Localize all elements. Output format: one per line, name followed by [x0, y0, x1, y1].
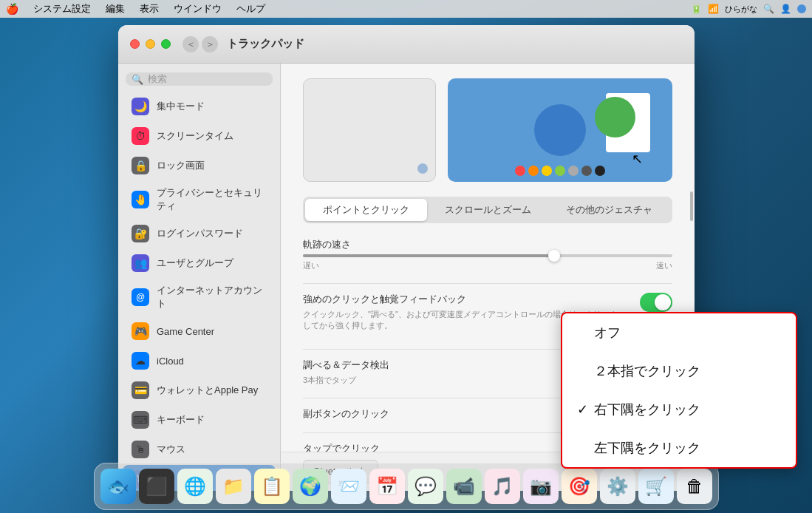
user-icon[interactable]: 👤	[780, 4, 791, 14]
tab-scroll-zoom[interactable]: スクロールとズーム	[427, 199, 549, 221]
slider-track[interactable]	[303, 254, 672, 257]
dock-mail[interactable]: 📨	[331, 469, 366, 504]
minimize-button[interactable]	[146, 39, 155, 49]
trackpad-cursor-dot	[417, 163, 428, 174]
sidebar-label-focus: 集中モード	[157, 100, 205, 113]
sidebar-item-internet[interactable]: @ インターネットアカウント	[123, 279, 276, 316]
tab-point-click[interactable]: ポイントとクリック	[305, 199, 427, 221]
dock-reminders[interactable]: 🎯	[562, 469, 597, 504]
title-bar: ＜ ＞ トラックパッド	[118, 25, 695, 64]
wallet-icon: 💳	[132, 381, 149, 399]
gesture-inner: ↖	[527, 97, 593, 163]
dock: 🐟 ⬛ 🌐 📁 📋 🌍 📨 📅 💬 📹 🎵 📷 🎯 ⚙️ 🛒 🗑	[94, 463, 719, 510]
gamecenter-icon: 🎮	[132, 322, 149, 340]
trackpad-preview	[303, 78, 436, 182]
focus-icon: 🌙	[132, 98, 149, 115]
menubar-view[interactable]: 表示	[137, 2, 162, 16]
gesture-cursor-icon: ↖	[632, 151, 643, 167]
sidebar-label-screentime: スクリーンタイム	[157, 129, 233, 143]
forward-button[interactable]: ＞	[202, 36, 218, 52]
sidebar-item-keyboard[interactable]: ⌨ キーボード	[123, 406, 276, 434]
palette-dot-red	[515, 166, 525, 176]
sidebar-item-focus[interactable]: 🌙 集中モード	[123, 92, 276, 120]
dock-photos[interactable]: 📷	[523, 469, 559, 504]
sidebar-item-lockscreen[interactable]: 🔒 ロック画面	[123, 152, 276, 180]
dock-launchpad[interactable]: ⬛	[139, 469, 174, 504]
menubar-help[interactable]: ヘルプ	[233, 2, 268, 16]
dock-files[interactable]: 📁	[216, 469, 251, 504]
loginpw-icon: 🔐	[132, 225, 149, 242]
menubar-window[interactable]: ウインドウ	[171, 2, 225, 16]
dock-facetime[interactable]: 📹	[446, 469, 482, 504]
dropdown-item-off[interactable]: ✓ オフ	[562, 313, 796, 352]
sidebar-label-wallet: ウォレットとApple Pay	[157, 384, 258, 397]
sidebar-item-gamecenter[interactable]: 🎮 Game Center	[123, 317, 276, 345]
secondary-click-dropdown: ✓ オフ ✓ ２本指でクリック ✓ 右下隅をクリック ✓ 左下隅をクリック	[561, 312, 797, 469]
toggle-knob	[655, 294, 671, 310]
sidebar-item-privacy[interactable]: 🤚 プライバシーとセキュリティ	[123, 181, 276, 218]
gesture-preview: ↖	[448, 78, 672, 182]
battery-icon[interactable]: 🔋	[691, 4, 702, 14]
control-center-icon[interactable]	[797, 4, 806, 13]
slider-labels: 遅い 速い	[303, 260, 672, 271]
setting-tracking-speed: 軌跡の速さ 遅い 速い	[303, 238, 672, 271]
dock-appstore[interactable]: 🛒	[638, 469, 674, 504]
palette-dot-gray	[568, 166, 579, 176]
users-icon: 👥	[132, 254, 149, 272]
palette-dot-black	[595, 166, 605, 176]
menubar-system-prefs[interactable]: システム設定	[30, 2, 94, 16]
dock-notes[interactable]: 📋	[254, 469, 290, 504]
slider-fill	[303, 254, 554, 257]
search-box[interactable]: 🔍 検索	[126, 72, 273, 86]
tabs-row: ポイントとクリック スクロールとズーム その他のジェスチャ	[303, 197, 672, 223]
palette-dot-yellow	[542, 166, 552, 176]
divider-1	[303, 283, 672, 284]
dock-finder[interactable]: 🐟	[100, 469, 136, 504]
color-palette	[515, 166, 605, 176]
gesture-circle-blue	[534, 104, 586, 156]
dock-music[interactable]: 🎵	[485, 469, 520, 504]
menubar-edit[interactable]: 編集	[103, 2, 128, 16]
force-click-label: 強めのクリックと触覚フィードバック	[303, 293, 625, 306]
dock-messages[interactable]: 💬	[408, 469, 443, 504]
dock-trash[interactable]: 🗑	[677, 469, 712, 504]
dropdown-item-bottom-left[interactable]: ✓ 左下隅をクリック	[562, 429, 796, 467]
slider-slow-label: 遅い	[303, 260, 319, 271]
sidebar-item-screentime[interactable]: ⏱ スクリーンタイム	[123, 122, 276, 150]
dropdown-item-bottom-right[interactable]: ✓ 右下隅をクリック	[562, 390, 796, 429]
dropdown-label-two-finger: ２本指でクリック	[594, 362, 700, 380]
palette-dot-orange	[528, 166, 539, 176]
tab-gestures[interactable]: その他のジェスチャ	[548, 199, 670, 221]
dock-safari[interactable]: 🌐	[177, 469, 213, 504]
dock-maps[interactable]: 🌍	[293, 469, 328, 504]
dropdown-label-bottom-right: 右下隅をクリック	[594, 401, 700, 418]
sidebar-item-mouse[interactable]: 🖱 マウス	[123, 435, 276, 463]
sidebar-item-icloud[interactable]: ☁ iCloud	[123, 347, 276, 375]
sidebar-label-internet: インターネットアカウント	[157, 284, 267, 310]
apple-menu-icon[interactable]: 🍎	[6, 3, 18, 15]
spotlight-icon[interactable]: 🔍	[763, 4, 774, 14]
slider-row	[303, 254, 672, 257]
dock-system-prefs[interactable]: ⚙️	[600, 469, 635, 504]
dropdown-item-two-finger[interactable]: ✓ ２本指でクリック	[562, 352, 796, 390]
dropdown-label-bottom-left: 左下隅をクリック	[594, 439, 700, 457]
window-title: トラックパッド	[227, 37, 304, 51]
nav-buttons: ＜ ＞	[182, 36, 218, 52]
sidebar-label-loginpw: ログインパスワード	[157, 227, 243, 240]
slider-thumb[interactable]	[548, 250, 560, 262]
keyboard-icon: ⌨	[132, 411, 149, 429]
sidebar-item-users[interactable]: 👥 ユーザとグループ	[123, 249, 276, 277]
force-click-toggle[interactable]	[640, 293, 672, 312]
sidebar-item-loginpw[interactable]: 🔐 ログインパスワード	[123, 220, 276, 248]
wifi-icon[interactable]: 📶	[708, 4, 719, 14]
sidebar-label-users: ユーザとグループ	[157, 256, 233, 270]
maximize-button[interactable]	[161, 39, 171, 49]
back-button[interactable]: ＜	[182, 36, 199, 52]
internet-icon: @	[132, 288, 149, 306]
input-method[interactable]: ひらがな	[725, 4, 757, 15]
dock-calendar[interactable]: 📅	[369, 469, 405, 504]
sidebar-item-wallet[interactable]: 💳 ウォレットとApple Pay	[123, 376, 276, 404]
gesture-circle-green	[595, 97, 635, 137]
close-button[interactable]	[130, 39, 140, 49]
sidebar-label-keyboard: キーボード	[157, 413, 205, 427]
